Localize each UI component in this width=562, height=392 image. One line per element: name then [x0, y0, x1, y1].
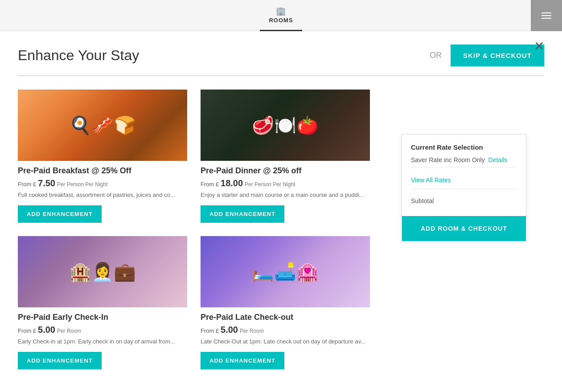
details-link[interactable]: Details — [488, 156, 508, 163]
rate-selection-title: Current Rate Selection — [411, 143, 517, 151]
from-label-checkout: From £ — [201, 327, 219, 334]
hamburger-line-1 — [541, 12, 551, 13]
price-amount-checkout: 5.00 — [221, 325, 238, 335]
subtotal-label: Subtotal — [411, 197, 434, 204]
price-amount-dinner: 18.00 — [221, 178, 243, 188]
per-label-dinner: Per Person Per Night — [245, 181, 295, 188]
page-header: Enhance Your Stay OR SKIP & CHECKOUT — [18, 45, 544, 76]
hamburger-menu-button[interactable] — [531, 0, 562, 31]
enhancement-image-breakfast — [18, 90, 187, 161]
add-enhancement-button-checkin[interactable]: ADD ENHANCEMENT — [18, 352, 102, 369]
sidebar-content: Current Rate Selection Saver Rate inc Ro… — [402, 135, 526, 216]
or-separator: OR — [430, 51, 442, 60]
enhancement-price-checkin: From £ 5.00 Per Room — [18, 325, 187, 335]
enhancement-image-dinner — [201, 90, 370, 161]
per-label-breakfast: Per Person Per Night — [57, 181, 107, 188]
enhancement-card-breakfast: Pre-Paid Breakfast @ 25% Off From £ 7.50… — [18, 90, 187, 223]
tab-rooms-label: ROOMS — [269, 17, 293, 24]
enhancement-title-checkout: Pre-Paid Late Check-out — [201, 313, 370, 322]
price-amount-breakfast: 7.50 — [38, 178, 55, 188]
enhancement-desc-breakfast: Full cooked breakfast, assortment of pas… — [18, 191, 187, 199]
from-label-dinner: From £ — [201, 181, 219, 188]
content-layout: Pre-Paid Breakfast @ 25% Off From £ 7.50… — [18, 90, 544, 369]
enhancement-image-checkin — [18, 236, 187, 307]
enhancements-grid: Pre-Paid Breakfast @ 25% Off From £ 7.50… — [18, 90, 370, 369]
subtotal-row: Subtotal — [411, 193, 517, 207]
main-content-area: ✕ Enhance Your Stay OR SKIP & CHECKOUT P… — [0, 31, 562, 392]
navigation-tabs: 🏢 ROOMS — [260, 0, 302, 31]
enhancement-image-checkout — [201, 236, 370, 307]
add-enhancement-button-dinner[interactable]: ADD ENHANCEMENT — [201, 205, 284, 223]
view-all-rates-link[interactable]: View All Rates — [411, 171, 517, 189]
rooms-building-icon: 🏢 — [276, 6, 286, 16]
page-title: Enhance Your Stay — [18, 47, 421, 64]
hamburger-line-3 — [541, 18, 551, 19]
enhancement-desc-checkout: Late Check-Out at 1pm: Late check out on… — [201, 338, 370, 346]
add-enhancement-button-breakfast[interactable]: ADD ENHANCEMENT — [18, 205, 102, 223]
enhancement-title-checkin: Pre-Paid Early Check-In — [18, 313, 187, 322]
enhancement-price-breakfast: From £ 7.50 Per Person Per Night — [18, 178, 187, 188]
enhancement-card-checkout: Pre-Paid Late Check-out From £ 5.00 Per … — [201, 236, 370, 369]
enhancement-card-dinner: Pre-Paid Dinner @ 25% off From £ 18.00 P… — [201, 90, 370, 223]
enhancement-title-dinner: Pre-Paid Dinner @ 25% off — [201, 166, 370, 176]
hamburger-icon — [541, 12, 551, 19]
from-label-breakfast: From £ — [18, 181, 36, 188]
price-amount-checkin: 5.00 — [38, 325, 55, 335]
skip-checkout-button[interactable]: SKIP & CHECKOUT — [451, 45, 544, 66]
enhancement-price-dinner: From £ 18.00 Per Person Per Night — [201, 178, 370, 188]
hamburger-line-2 — [541, 15, 551, 16]
top-navigation-bar: 🏢 ROOMS — [0, 0, 562, 31]
per-label-checkin: Per Room — [57, 328, 81, 334]
enhancement-title-breakfast: Pre-Paid Breakfast @ 25% Off — [18, 166, 187, 176]
add-room-checkout-button[interactable]: ADD ROOM & CHECKOUT — [402, 216, 526, 241]
enhancement-card-checkin: Pre-Paid Early Check-In From £ 5.00 Per … — [18, 236, 187, 369]
add-enhancement-button-checkout[interactable]: ADD ENHANCEMENT — [201, 352, 284, 369]
rate-name-text: Saver Rate inc Room Only — [411, 156, 485, 163]
per-label-checkout: Per Room — [240, 328, 264, 334]
rate-name-row: Saver Rate inc Room Only Details — [411, 156, 517, 167]
enhancement-price-checkout: From £ 5.00 Per Room — [201, 325, 370, 335]
enhancement-desc-dinner: Enjoy a starter and main course or a mai… — [201, 191, 370, 199]
close-button[interactable]: ✕ — [534, 40, 544, 53]
tab-rooms[interactable]: 🏢 ROOMS — [260, 0, 302, 31]
enhancement-desc-checkin: Early Check-in at 1pm: Early check in on… — [18, 338, 187, 346]
from-label-checkin: From £ — [18, 327, 36, 334]
rate-selection-panel: Current Rate Selection Saver Rate inc Ro… — [402, 134, 526, 241]
